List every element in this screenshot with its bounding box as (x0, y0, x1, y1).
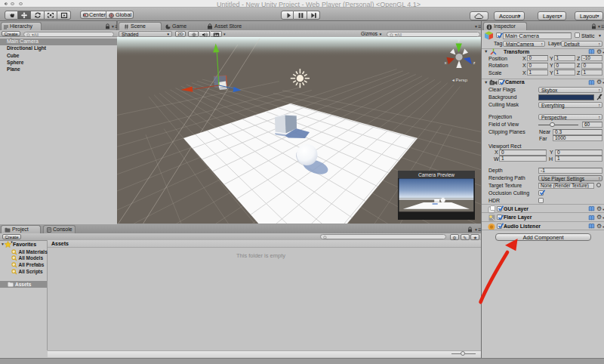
svg-text:z: z (473, 60, 476, 65)
svg-text:◂︎ Persp: ◂︎ Persp (452, 78, 468, 82)
svg-text:Camera Preview: Camera Preview (418, 172, 455, 177)
svg-text:x: x (445, 60, 447, 65)
svg-text:y: y (458, 38, 460, 42)
